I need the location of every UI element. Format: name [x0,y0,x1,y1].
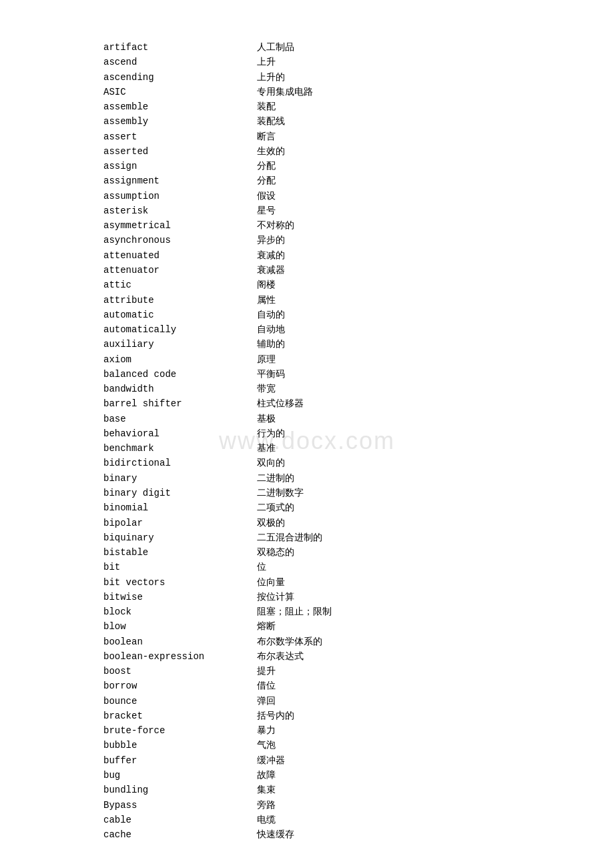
dict-row: Bypass旁路 [103,798,614,813]
dict-row: asymmetrical不对称的 [103,218,614,233]
dict-row: benchmark基准 [103,441,614,456]
dict-zh-translation: 衰减的 [257,248,285,262]
dict-en-term: bounce [103,695,250,709]
dict-zh-translation: 平衡码 [257,367,285,381]
dict-zh-translation: 柱式位移器 [257,396,304,410]
dict-zh-translation: 提升 [257,664,276,678]
dict-zh-translation: 缓冲器 [257,753,285,767]
dict-zh-translation: 分配 [257,159,276,173]
dict-zh-translation: 熔断 [257,619,276,633]
dict-en-term: assemble [103,100,250,114]
dict-row: automatically自动地 [103,322,614,337]
dict-row: bipolar双极的 [103,516,614,530]
dict-row: attribute属性 [103,293,614,308]
dict-row: bug故障 [103,768,614,783]
dict-row: balanced code平衡码 [103,367,614,382]
dict-en-term: bistable [103,546,250,560]
dict-en-term: blow [103,620,250,634]
dict-en-term: cable [103,813,250,827]
dict-en-term: bug [103,769,250,783]
dict-row: bundling集束 [103,783,614,797]
dict-row: cable电缆 [103,813,614,827]
dict-zh-translation: 专用集成电路 [257,85,313,99]
dict-en-term: binary [103,472,250,486]
dict-en-term: bracket [103,709,250,723]
dict-row: binary二进制的 [103,471,614,486]
dict-row: axiom原理 [103,352,614,367]
dict-zh-translation: 阻塞；阻止；限制 [257,604,332,618]
dict-zh-translation: 双极的 [257,516,285,530]
dict-row: asserted生效的 [103,144,614,159]
dict-zh-translation: 位向量 [257,575,285,589]
dict-row: bit位 [103,560,614,574]
dict-en-term: bubble [103,739,250,753]
dict-zh-translation: 二进制数字 [257,486,304,500]
dict-en-term: base [103,412,250,426]
dict-en-term: asymmetrical [103,219,250,233]
dict-zh-translation: 二五混合进制的 [257,530,322,544]
dict-zh-translation: 辅助的 [257,337,285,351]
dict-zh-translation: 生效的 [257,144,285,158]
dict-zh-translation: 借位 [257,679,276,693]
dict-zh-translation: 阁楼 [257,278,276,292]
dict-zh-translation: 行为的 [257,426,285,440]
dict-row: binomial二项式的 [103,500,614,515]
dict-en-term: behavioral [103,427,250,441]
dict-zh-translation: 位 [257,560,266,574]
dict-en-term: auxiliary [103,338,250,352]
dict-row: artifact人工制品 [103,40,614,55]
dict-zh-translation: 装配 [257,99,276,113]
dict-zh-translation: 衰减器 [257,263,285,277]
dict-zh-translation: 双向的 [257,456,285,470]
dict-en-term: barrel shifter [103,397,250,411]
dict-en-term: boolean-expression [103,650,250,664]
dict-zh-translation: 暴力 [257,723,276,737]
dict-row: ascend上升 [103,55,614,69]
dict-zh-translation: 二进制的 [257,471,294,485]
dict-en-term: ascend [103,55,250,69]
dict-en-term: cache [103,828,250,842]
dict-row: barrel shifter柱式位移器 [103,396,614,411]
dictionary-table: artifact人工制品ascend上升ascending上升的ASIC专用集成… [0,40,614,842]
dict-zh-translation: 自动的 [257,308,285,322]
dict-row: boost提升 [103,664,614,679]
dict-en-term: assumption [103,189,250,203]
dict-row: assembly装配线 [103,114,614,129]
dict-zh-translation: 假设 [257,189,276,203]
dict-en-term: boost [103,665,250,679]
dict-zh-translation: 弹回 [257,694,276,708]
dict-en-term: assembly [103,115,250,129]
dict-zh-translation: 集束 [257,783,276,797]
dict-row: assumption假设 [103,189,614,203]
dict-en-term: attribute [103,294,250,308]
dict-en-term: bit [103,560,250,574]
dict-en-term: assign [103,159,250,173]
dict-en-term: buffer [103,754,250,768]
dict-en-term: axiom [103,353,250,367]
dict-en-term: bundling [103,783,250,797]
dict-row: attenuator衰减器 [103,263,614,278]
dict-row: base基极 [103,412,614,426]
dict-row: block阻塞；阻止；限制 [103,604,614,619]
dict-en-term: biquinary [103,531,250,545]
dict-en-term: asynchronous [103,234,250,248]
dict-row: assign分配 [103,159,614,173]
dict-zh-translation: 自动地 [257,322,285,336]
dict-en-term: boolean [103,635,250,649]
dict-en-term: bidirctional [103,456,250,470]
dict-zh-translation: 装配线 [257,114,285,128]
dict-zh-translation: 原理 [257,352,276,366]
dict-row: bitwise按位计算 [103,590,614,604]
dict-en-term: asserted [103,145,250,159]
dict-en-term: assignment [103,174,250,188]
dict-en-term: bipolar [103,516,250,530]
dict-en-term: binary digit [103,486,250,500]
dict-zh-translation: 不对称的 [257,218,294,232]
dict-row: bit vectors位向量 [103,575,614,590]
dict-en-term: attic [103,278,250,292]
dict-en-term: bitwise [103,590,250,604]
dict-zh-translation: 双稳态的 [257,545,294,559]
dict-zh-translation: 星号 [257,203,276,218]
dict-zh-translation: 异步的 [257,233,285,247]
dict-row: buffer缓冲器 [103,753,614,768]
